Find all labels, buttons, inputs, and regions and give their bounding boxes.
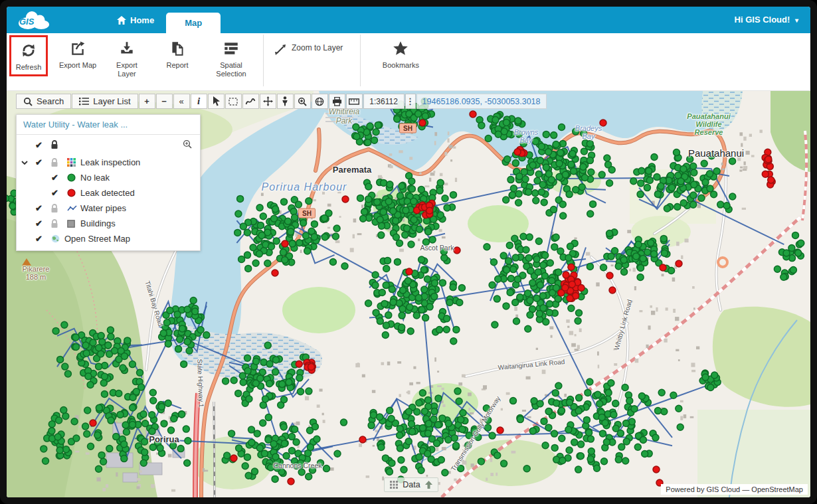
leak-point-ok[interactable] [532,190,539,197]
leak-point-ok[interactable] [416,226,422,232]
leak-point-ok[interactable] [492,321,498,328]
leak-point-ok[interactable] [503,266,510,273]
leak-point-ok[interactable] [399,183,405,189]
leak-point-ok[interactable] [538,189,545,195]
search-button[interactable]: Search [16,94,71,109]
leak-point-ok[interactable] [587,210,594,217]
leak-point-ok[interactable] [575,408,582,414]
leak-point-detected[interactable] [230,455,237,462]
leak-point-ok[interactable] [596,400,603,407]
leak-point-ok[interactable] [432,280,438,286]
leak-point-ok[interactable] [571,168,577,175]
leak-point-ok[interactable] [239,373,246,379]
leak-point-ok[interactable] [644,185,650,191]
leak-point-ok[interactable] [548,177,555,183]
leak-point-detected[interactable] [569,281,575,288]
leak-point-ok[interactable] [48,428,55,434]
leak-point-ok[interactable] [341,263,348,270]
leak-point-ok[interactable] [394,116,401,122]
leak-point-ok[interactable] [184,339,191,345]
leak-point-ok[interactable] [419,425,426,432]
leak-point-ok[interactable] [539,181,546,188]
export-map-button[interactable]: Export Map [57,33,98,70]
leak-point-ok[interactable] [101,373,108,380]
leak-point-ok[interactable] [365,196,372,203]
leak-point-ok[interactable] [612,248,618,254]
leak-point-ok[interactable] [390,208,397,214]
leak-point-ok[interactable] [272,475,278,482]
leak-point-ok[interactable] [687,156,693,163]
freehand-select-button[interactable] [242,94,259,109]
leak-point-ok[interactable] [262,396,269,402]
leak-point-ok[interactable] [84,431,90,438]
leak-point-ok[interactable] [124,337,131,344]
leak-point-ok[interactable] [408,421,415,428]
leak-point-ok[interactable] [382,332,389,339]
toolbar-menu-button[interactable]: ⋮ [405,94,416,109]
leak-point-ok[interactable] [405,438,412,445]
leak-point-ok[interactable] [361,209,368,215]
leak-point-ok[interactable] [566,191,573,198]
leak-point-ok[interactable] [458,465,464,471]
leak-point-ok[interactable] [256,445,263,452]
leak-point-ok[interactable] [410,216,417,223]
leak-point-ok[interactable] [408,241,414,248]
leak-point-ok[interactable] [312,424,318,430]
zoom-out-button[interactable]: − [156,94,173,109]
leak-point-ok[interactable] [549,278,555,284]
leak-point-ok[interactable] [515,118,521,124]
leak-point-ok[interactable] [608,167,615,173]
layer-check[interactable]: ✔ [35,218,43,228]
leak-point-ok[interactable] [264,342,271,349]
leak-point-ok[interactable] [271,215,278,222]
bookmarks-button[interactable]: Bookmarks [377,33,424,70]
leak-point-ok[interactable] [438,457,444,463]
leak-point-ok[interactable] [310,467,316,473]
leak-point-ok[interactable] [273,238,280,244]
leak-point-detected[interactable] [90,420,96,426]
leak-point-ok[interactable] [397,425,403,432]
leak-point-ok[interactable] [289,448,296,454]
leak-point-ok[interactable] [83,350,90,357]
leak-point-detected[interactable] [359,436,366,443]
leak-point-ok[interactable] [556,160,563,167]
leak-point-ok[interactable] [540,293,547,299]
leak-point-ok[interactable] [184,306,191,313]
leak-point-ok[interactable] [425,430,432,437]
leak-point-ok[interactable] [419,390,426,396]
leak-point-ok[interactable] [311,220,318,227]
layer-check[interactable]: ✔ [35,157,43,167]
leak-point-ok[interactable] [444,205,450,211]
leak-point-ok[interactable] [389,460,395,466]
leak-point-ok[interactable] [101,391,108,398]
leak-point-ok[interactable] [179,325,185,332]
leak-point-ok[interactable] [41,446,47,452]
leak-point-ok[interactable] [587,456,594,462]
leak-point-ok[interactable] [329,259,336,266]
leak-point-ok[interactable] [418,467,424,473]
leak-point-ok[interactable] [527,268,534,274]
leak-point-ok[interactable] [444,315,450,322]
leak-point-ok[interactable] [130,422,136,428]
leak-point-detected[interactable] [406,268,412,275]
leak-point-ok[interactable] [422,315,429,321]
leak-point-ok[interactable] [537,400,543,407]
leak-point-ok[interactable] [353,124,359,130]
leak-point-ok[interactable] [495,276,501,282]
leak-point-ok[interactable] [581,130,587,137]
leak-point-ok[interactable] [265,414,272,421]
leak-point-ok[interactable] [105,342,112,349]
leak-point-ok[interactable] [450,338,457,345]
leak-point-ok[interactable] [439,280,446,286]
measure-button[interactable] [346,94,363,109]
leak-point-ok[interactable] [729,158,736,165]
leak-point-ok[interactable] [510,398,517,404]
leak-point-ok[interactable] [680,200,687,207]
leak-point-detected[interactable] [578,285,585,292]
leak-point-ok[interactable] [406,408,412,415]
leak-point-ok[interactable] [540,262,547,268]
leak-point-ok[interactable] [478,458,484,465]
full-extent-button[interactable] [312,94,328,109]
leak-point-ok[interactable] [409,428,416,435]
leak-point-detected[interactable] [600,120,606,126]
